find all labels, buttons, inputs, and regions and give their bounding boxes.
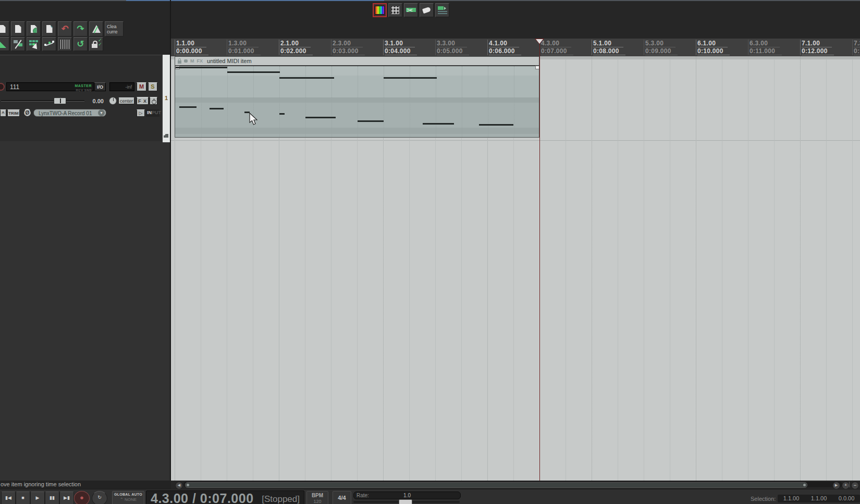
main-toolbar-row2: ↺✓✓ xyxy=(0,37,105,51)
zoom-in-button[interactable]: + xyxy=(842,482,850,489)
envelope-points-button[interactable] xyxy=(42,37,56,51)
ruler-marker[interactable]: 4.3.000:07.000 xyxy=(541,40,591,55)
midi-note[interactable] xyxy=(423,123,454,125)
repeat-button[interactable]: ↻ xyxy=(92,491,107,504)
ruler-marker[interactable]: 7.1.000:12.000 xyxy=(802,40,852,55)
locking-button[interactable]: ✓✓ xyxy=(89,37,103,51)
midi-note[interactable] xyxy=(358,120,384,122)
clear-current-button[interactable]: Cleacurre xyxy=(105,21,124,36)
fx-bypass-button[interactable] xyxy=(150,97,157,105)
ruler-marker[interactable]: 1.1.000:00.000 xyxy=(176,40,226,55)
solo-button[interactable]: S xyxy=(148,82,157,91)
save-project-button[interactable]: ↓ xyxy=(27,21,41,36)
item-edit-button[interactable] xyxy=(435,3,449,17)
track-panel[interactable]: 111 MASTER RCV SND I/O -inf M S 0.00 cen… xyxy=(0,55,162,141)
midi-note[interactable] xyxy=(179,106,196,108)
pan-knob[interactable] xyxy=(109,97,117,105)
input-selector[interactable]: LynxTWO-A Record 01 xyxy=(33,109,106,117)
midi-note[interactable] xyxy=(384,77,437,79)
phase-button[interactable]: Ø xyxy=(23,109,31,117)
go-to-start-button[interactable]: ▮◀ xyxy=(1,491,16,504)
ruler-marker[interactable]: 2.1.000:02.000 xyxy=(280,40,330,55)
midi-note[interactable] xyxy=(227,71,280,73)
play-button[interactable]: ▶ xyxy=(30,491,45,504)
ruler-marker[interactable]: 4.1.000:06.000 xyxy=(489,40,539,55)
midi-note[interactable] xyxy=(279,77,334,79)
playrate-control[interactable]: Rate: 1.0 xyxy=(353,491,461,499)
play-cursor-line[interactable] xyxy=(539,41,540,481)
ruler-bar-label: 6.3.00 xyxy=(750,40,780,47)
midi-note[interactable] xyxy=(479,124,513,126)
theme-colors-button[interactable] xyxy=(373,3,387,17)
loop-points-button[interactable]: ↺ xyxy=(73,37,88,51)
transport-time-display[interactable]: 4.3.00 / 0:07.000 [Stopped] xyxy=(146,490,304,504)
ruler-marker[interactable]: 6.1.000:10.000 xyxy=(697,40,747,55)
monitor-button[interactable]: ▷ xyxy=(137,109,145,117)
ruler-marker[interactable]: 2.3.000:03.000 xyxy=(333,40,383,55)
folder-icon[interactable] xyxy=(164,134,168,138)
undo-button[interactable]: ↶ xyxy=(58,21,72,36)
midi-note[interactable] xyxy=(176,67,227,68)
ruler-marker[interactable]: 3.1.000:04.000 xyxy=(385,40,435,55)
project-settings-button[interactable]: i xyxy=(42,21,56,36)
item-header[interactable]: M FX untitled MIDI item xyxy=(175,57,539,66)
split-item-button[interactable]: ✂ xyxy=(404,3,418,17)
timeline-ruler[interactable]: 1.1.000:00.0001.3.000:01.0002.1.000:02.0… xyxy=(171,39,860,57)
grid-button[interactable] xyxy=(388,3,402,17)
time-signature-control[interactable]: 4/4 xyxy=(333,491,351,504)
go-to-end-button[interactable]: ▶▮ xyxy=(59,491,74,504)
item-notes-icon[interactable] xyxy=(184,59,188,63)
volume-slider-track[interactable] xyxy=(1,100,84,102)
midi-note[interactable] xyxy=(279,113,285,115)
ruler-marker[interactable]: 1.3.000:01.000 xyxy=(228,40,278,55)
ruler-marker[interactable]: 6.3.000:11.000 xyxy=(750,40,800,55)
item-lock-icon[interactable] xyxy=(178,60,181,64)
selection-values[interactable]: 1.1.00 1.1.00 0.0.00 xyxy=(778,495,860,502)
panel-arrange-divider[interactable] xyxy=(170,0,171,481)
open-project-button[interactable]: ↗ xyxy=(11,21,25,36)
volume-slider-handle[interactable] xyxy=(54,97,66,104)
ruler-marker[interactable]: 5.3.000:09.000 xyxy=(645,40,695,55)
midi-note[interactable] xyxy=(210,108,224,109)
bpm-control[interactable]: BPM 120 xyxy=(306,491,328,504)
item-mute-badge[interactable]: M xyxy=(190,58,194,64)
midi-item[interactable]: M FX untitled MIDI item xyxy=(175,56,539,138)
snap-grid-button[interactable] xyxy=(58,37,72,51)
eraser-button[interactable] xyxy=(420,3,434,17)
track-scrollbar-strip[interactable]: 1 xyxy=(163,55,170,142)
horizontal-scrollbar-track[interactable] xyxy=(183,482,842,487)
record-arm-button[interactable] xyxy=(0,83,5,91)
stop-button[interactable]: ■ xyxy=(16,491,30,504)
playrate-slider-thumb[interactable] xyxy=(399,499,412,504)
mute-button[interactable]: M xyxy=(137,82,146,91)
ruler-marker[interactable]: 7.3.000:13.000 xyxy=(854,40,860,55)
item-properties-button[interactable] xyxy=(0,37,9,51)
horizontal-scrollbar-thumb[interactable] xyxy=(185,482,807,488)
scroll-right-button[interactable]: ▶ xyxy=(832,482,840,489)
pause-button[interactable]: ▮▮ xyxy=(45,491,59,504)
global-automation-button[interactable]: GLOBAL AUTO ⌃ NONE xyxy=(112,491,144,504)
new-project-button[interactable]: ✱ xyxy=(0,21,9,36)
envelope-button[interactable]: ^ xyxy=(0,109,6,117)
arrange-view[interactable]: M FX untitled MIDI item xyxy=(171,56,860,481)
ripple-edit-button[interactable] xyxy=(11,37,25,51)
ruler-marker[interactable]: 3.3.000:05.000 xyxy=(437,40,487,55)
fx-button[interactable]: F X xyxy=(137,97,149,105)
midi-note[interactable] xyxy=(305,117,336,118)
zoom-out-button[interactable]: − xyxy=(851,482,859,489)
item-corner-handle-right[interactable] xyxy=(535,66,539,69)
redo-button[interactable]: ↷ xyxy=(73,21,88,36)
trim-button[interactable]: TRIM xyxy=(7,109,20,117)
metronome-button[interactable] xyxy=(89,21,103,36)
beat-grid-line xyxy=(774,56,775,481)
io-button[interactable]: I/O xyxy=(94,82,106,91)
input-mode-label[interactable]: INPUT xyxy=(146,109,159,117)
grouping-button[interactable] xyxy=(27,37,41,51)
scroll-left-button[interactable]: ◀ xyxy=(175,482,183,489)
input-dropdown-icon[interactable]: ▼ xyxy=(98,109,105,116)
item-fx-badge[interactable]: FX xyxy=(197,58,203,64)
track-name-field[interactable]: 111 MASTER RCV SND xyxy=(6,82,94,91)
ruler-marker[interactable]: 5.1.000:08.000 xyxy=(593,40,643,55)
playrate-slider[interactable] xyxy=(353,501,460,503)
record-button[interactable]: ● xyxy=(74,491,90,504)
